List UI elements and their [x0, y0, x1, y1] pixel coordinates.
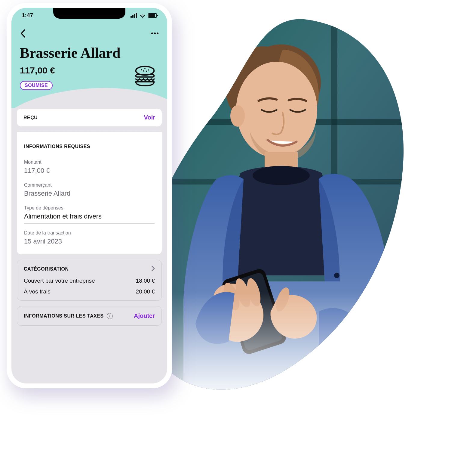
info-icon[interactable]: i	[107, 313, 113, 319]
field-expense-type[interactable]: Type de dépenses Alimentation et frais d…	[24, 205, 155, 220]
status-indicators	[131, 13, 157, 18]
field-date: Date de la transaction 15 avril 2023	[24, 230, 155, 245]
cat-row-label: Couvert par votre entreprise	[24, 278, 95, 284]
required-info-title: INFORMATIONS REQUISES	[24, 144, 155, 149]
svg-point-24	[146, 71, 147, 72]
back-icon[interactable]	[20, 29, 26, 38]
phone-frame: 1:47 Brasserie Allard 11	[7, 3, 172, 388]
svg-point-17	[154, 33, 156, 34]
wifi-icon	[140, 13, 146, 18]
expense-content: REÇU Voir INFORMATIONS REQUISES Montant …	[11, 105, 167, 332]
view-receipt-link[interactable]: Voir	[144, 114, 155, 121]
categorisation-row: À vos frais 20,00 €	[24, 288, 155, 295]
receipt-label: REÇU	[23, 115, 38, 120]
status-badge: SOUMISE	[20, 81, 53, 90]
divider	[24, 223, 155, 224]
svg-point-20	[141, 69, 142, 70]
categorisation-card[interactable]: CATÉGORISATION Couvert par votre entrepr…	[17, 260, 162, 301]
required-info-card: INFORMATIONS REQUISES Montant 117,00 € C…	[17, 132, 162, 254]
burger-icon	[133, 64, 157, 88]
svg-point-16	[151, 33, 153, 34]
phone-screen: 1:47 Brasserie Allard 11	[11, 8, 167, 383]
merchant-label: Commerçant	[24, 182, 155, 188]
date-label: Date de la transaction	[24, 230, 155, 236]
merchant-title: Brasserie Allard	[20, 45, 159, 61]
add-tax-link[interactable]: Ajouter	[134, 312, 155, 319]
date-value: 15 avril 2023	[24, 237, 155, 245]
receipt-card[interactable]: REÇU Voir	[17, 109, 162, 126]
taxes-card[interactable]: INFORMATIONS SUR LES TAXES i Ajouter	[17, 306, 162, 326]
categorisation-row: Couvert par votre entreprise 18,00 €	[24, 278, 155, 284]
expense-type-label: Type de dépenses	[24, 205, 155, 211]
cat-row-value: 20,00 €	[136, 288, 155, 295]
expense-type-value: Alimentation et frais divers	[24, 213, 155, 220]
cat-row-label: À vos frais	[24, 288, 51, 295]
status-time: 1:47	[22, 12, 33, 19]
taxes-title: INFORMATIONS SUR LES TAXES	[24, 313, 104, 319]
cellular-signal-icon	[131, 13, 137, 18]
svg-point-19	[136, 67, 154, 75]
more-icon[interactable]	[151, 32, 159, 35]
merchant-value: Brasserie Allard	[24, 190, 155, 197]
amount-value: 117,00 €	[24, 167, 155, 175]
cat-row-value: 18,00 €	[136, 278, 155, 284]
field-amount: Montant 117,00 €	[24, 160, 155, 175]
svg-point-18	[157, 33, 158, 34]
svg-rect-25	[136, 75, 154, 77]
expense-amount: 117,00 €	[20, 65, 55, 76]
categorisation-title: CATÉGORISATION	[24, 266, 69, 272]
svg-point-23	[143, 70, 144, 72]
phone-notch	[53, 8, 125, 19]
chevron-right-icon	[151, 265, 155, 273]
svg-point-21	[144, 68, 146, 70]
field-merchant: Commerçant Brasserie Allard	[24, 182, 155, 197]
battery-icon	[148, 13, 157, 18]
svg-point-22	[148, 70, 149, 71]
amount-label: Montant	[24, 160, 155, 165]
